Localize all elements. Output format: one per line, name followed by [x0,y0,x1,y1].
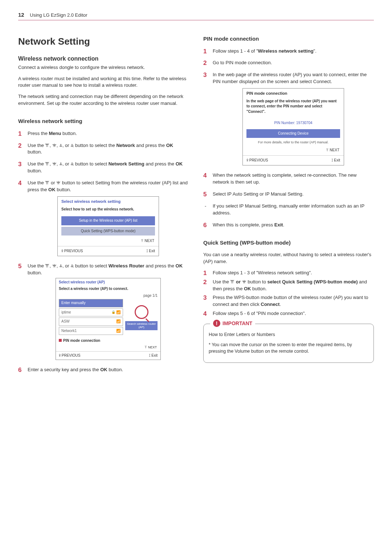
left-column: Network Setting Wireless network connect… [18,35,189,378]
pin-mode-connection-row[interactable]: PIN mode connection [56,337,160,345]
important-bullet: * You can move the cursor on the screen … [209,341,368,355]
important-line-1: How to Enter Letters or Numbers [209,331,368,338]
step-6: 6 Enter a security key and press the OK … [18,366,189,373]
step-2: 2 Use the ꕌ, ꕍ, ꕊ, or ꕋ button to select… [18,142,189,156]
dialog3-title: PIN mode connection [243,89,344,97]
wireless-setting-heading: Wireless network setting [18,117,189,125]
dialog2-previous[interactable]: ꕉ PREVIOUS [59,353,80,359]
step-3: 3 Use the ꕌ, ꕍ, ꕊ, or ꕋ button to select… [18,161,189,175]
header-section: Using LG EzSign 2.0 Editor [30,12,87,18]
router-enter-manually[interactable]: Enter manually [59,299,123,307]
dialog1-option-ap-list[interactable]: Setup in the Wireless router (AP) list [61,216,155,225]
page-number: 12 [18,12,24,18]
quick-step-4: 4 Follow steps 5 - 6 of "PIN mode connec… [203,310,374,317]
dialog1-title: Select wireless network setting [58,197,159,205]
step-4: 4 Use the ꕌ or ꕍ button to select Settin… [18,180,189,256]
step-5: 5 Use the ꕌ, ꕍ, ꕊ, or ꕋ button to select… [18,263,189,360]
pin-mode-heading: PIN mode connection [203,35,374,43]
router-list: Enter manually iptime🔒📶 ASW📶 Network1📶 [59,299,123,336]
dialog3-connecting[interactable]: Connecting Device [246,129,340,138]
wifi-icon: 📶 [116,319,121,324]
quick-setting-heading: Quick Setting (WPS-button mode) [203,239,374,247]
lock-icon: 🔒 [111,310,115,315]
pin-dash-note: -If you select IP Manual Setting, manual… [203,203,374,217]
dialog3-exit[interactable]: ꕯ Exit [331,158,340,163]
router-iptime[interactable]: iptime🔒📶 [59,308,123,317]
dialog1-previous[interactable]: ꕉ PREVIOUS [61,249,83,254]
dialog1-exit[interactable]: ꕯ Exit [146,249,155,254]
select-network-setting-dialog: Select wireless network setting Select h… [57,196,159,256]
wireless-connection-heading: Wireless network connection [18,54,189,63]
exclamation-icon: ! [213,320,220,327]
dialog1-desc: Select how to set up the wireless networ… [58,205,159,215]
pin-step-3: 3 In the web page of the wireless router… [203,71,374,165]
pin-mode-dialog: PIN mode connection In the web page of t… [242,88,344,165]
dialog3-next[interactable]: ꔉ NEXT [243,146,344,155]
pin-step-6: 6 When this is complete, press Exit. [203,222,374,229]
search-wireless-button[interactable]: Search wireless router (AP) [125,321,158,330]
router-network1[interactable]: Network1📶 [59,327,123,335]
dialog2-page: page 1/1 [56,293,160,299]
quick-setting-intro: You can use a nearby wireless router, wi… [203,251,374,265]
pin-mode-steps-cont: 6 When this is complete, press Exit. [203,222,374,229]
router-asw[interactable]: ASW📶 [59,318,123,326]
wireless-setting-steps: 1 Press the Menu button. 2 Use the ꕌ, ꕍ,… [18,130,189,373]
wnc-para-3: The network setting and connection may b… [18,93,189,107]
pin-step-4: 4 When the network setting is complete, … [203,172,374,186]
page-header: 12 Using LG EzSign 2.0 Editor [18,11,374,20]
important-box: ! IMPORTANT How to Enter Letters or Numb… [203,324,374,363]
quick-step-1: 1 Follow steps 1 - 3 of "Wireless networ… [203,270,374,276]
wnc-para-1: Connect a wireless dongle to configure t… [18,64,189,71]
wifi-icon: 📶 [116,328,121,334]
pin-step-1: 1 Follow steps 1 - 4 of "Wireless networ… [203,48,374,55]
dialog2-exit[interactable]: ꕯ Exit [149,353,158,359]
dialog2-sub: Select a wireless router (AP) to connect… [56,286,160,293]
dialog2-title: Select wireless router (AP) [56,278,160,286]
dialog3-previous[interactable]: ꕉ PREVIOUS [246,158,268,163]
quick-step-3: 3 Press the WPS-button mode button of th… [203,294,374,308]
dialog3-note: For more details, refer to the router (A… [243,139,344,146]
magnifier-icon [135,305,148,319]
main-heading: Network Setting [18,35,189,49]
wnc-para-2: A wireless router must be installed and … [18,75,189,89]
pin-step-5: 5 Select IP Auto Setting or IP Manual Se… [203,191,374,198]
dialog2-next[interactable]: ꔉ NEXT [56,345,160,351]
dialog1-option-wps[interactable]: Quick Setting (WPS-button mode) [61,227,155,236]
wifi-icon: 📶 [116,310,121,315]
quick-step-2: 2 Use the ꕌ or ꕍ button to select Quick … [203,279,374,292]
pin-step-2: 2 Go to PIN mode connection. [203,60,374,66]
important-label: ! IMPORTANT [210,320,255,327]
dialog1-next[interactable]: ꔉ NEXT [58,237,159,246]
quick-setting-steps: 1 Follow steps 1 - 3 of "Wireless networ… [203,270,374,317]
step-1: 1 Press the Menu button. [18,130,189,137]
select-router-dialog: Select wireless router (AP) Select a wir… [56,278,161,360]
pin-mode-steps: 1 Follow steps 1 - 4 of "Wireless networ… [203,48,374,198]
dialog3-pin-number: PIN Number: 19730704 [246,119,340,128]
right-column: PIN mode connection 1 Follow steps 1 - 4… [203,35,374,378]
dialog3-desc: In the web page of the wireless router (… [243,97,344,118]
